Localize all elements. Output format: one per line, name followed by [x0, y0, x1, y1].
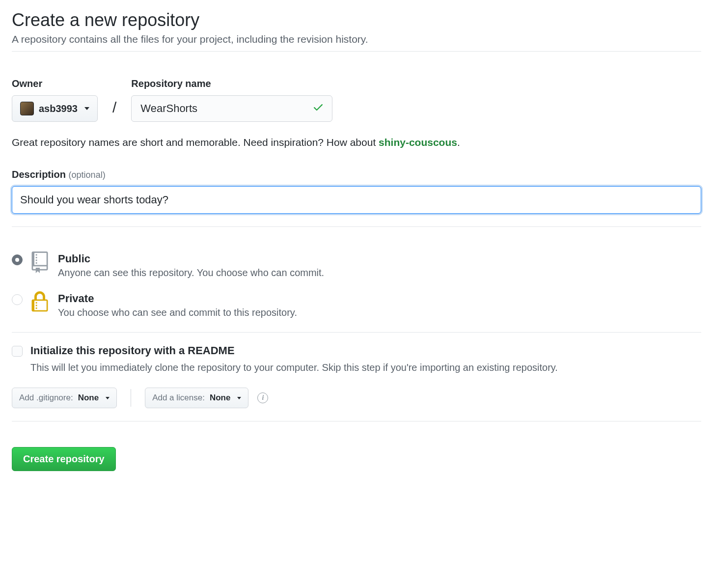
description-input[interactable]: [12, 186, 701, 214]
readme-checkbox[interactable]: [12, 346, 23, 357]
repo-name-label: Repository name: [131, 78, 332, 89]
owner-label: Owner: [12, 78, 98, 89]
divider: [12, 421, 701, 421]
repo-name-input[interactable]: [139, 102, 312, 115]
private-radio[interactable]: [12, 294, 23, 305]
suggestion-link[interactable]: shiny-couscous: [379, 137, 457, 148]
avatar: [20, 102, 34, 115]
create-repository-button[interactable]: Create repository: [12, 447, 116, 471]
public-desc: Anyone can see this repository. You choo…: [58, 267, 324, 279]
public-title: Public: [58, 252, 324, 265]
chevron-down-icon: [106, 397, 110, 399]
repo-name-input-wrapper: [131, 95, 332, 122]
description-label: Description (optional): [12, 169, 701, 180]
page-title: Create a new repository: [12, 10, 701, 30]
add-gitignore-button[interactable]: Add .gitignore: None: [12, 388, 117, 408]
check-icon: [312, 101, 324, 116]
chevron-down-icon: [237, 397, 241, 399]
page-subtitle: A repository contains all the files for …: [12, 33, 701, 45]
info-icon[interactable]: i: [257, 392, 268, 403]
owner-selected: asb3993: [39, 103, 78, 114]
chevron-down-icon: [84, 107, 89, 110]
private-title: Private: [58, 292, 297, 305]
owner-select-button[interactable]: asb3993: [12, 95, 98, 122]
divider: [12, 226, 701, 227]
separator: [131, 389, 131, 407]
readme-desc: This will let you immediately clone the …: [30, 360, 558, 375]
private-desc: You choose who can see and commit to thi…: [58, 307, 297, 318]
path-separator: /: [111, 99, 117, 116]
public-radio[interactable]: [12, 254, 23, 265]
lock-icon: [30, 291, 50, 314]
repo-name-help: Great repository names are short and mem…: [12, 137, 701, 148]
readme-title: Initialize this repository with a README: [30, 344, 558, 357]
add-license-button[interactable]: Add a license: None: [145, 388, 248, 408]
repo-icon: [30, 252, 50, 275]
